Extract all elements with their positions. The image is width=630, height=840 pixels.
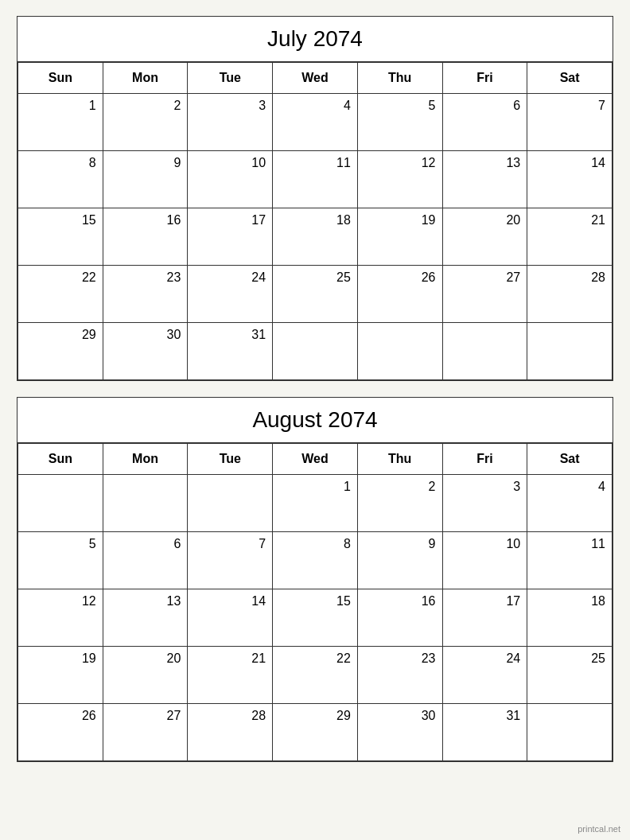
table-row: 293031: [18, 323, 612, 380]
july-header-tue: Tue: [188, 63, 273, 94]
list-item: 10: [442, 532, 527, 589]
list-item: 30: [357, 704, 442, 761]
list-item: 19: [18, 647, 103, 704]
august-header-tue: Tue: [188, 444, 273, 475]
table-row: 19202122232425: [18, 647, 612, 704]
list-item: 1: [273, 475, 358, 532]
july-title: July 2074: [18, 17, 612, 62]
list-item: 24: [188, 266, 273, 323]
july-header-thu: Thu: [357, 63, 442, 94]
list-item: [188, 475, 273, 532]
list-item: 4: [527, 475, 612, 532]
list-item: 17: [188, 208, 273, 266]
list-item: 23: [103, 266, 188, 323]
list-item: 27: [103, 704, 188, 761]
list-item: 26: [357, 266, 442, 323]
august-header-sat: Sat: [527, 444, 612, 475]
list-item: 14: [188, 589, 273, 647]
august-header-thu: Thu: [357, 444, 442, 475]
list-item: 13: [103, 589, 188, 647]
list-item: 2: [103, 94, 188, 151]
july-header-wed: Wed: [273, 63, 358, 94]
list-item: 4: [273, 94, 358, 151]
list-item: 21: [188, 647, 273, 704]
august-body: 1234567891011121314151617181920212223242…: [18, 475, 612, 761]
list-item: 16: [357, 589, 442, 647]
july-header-sat: Sat: [527, 63, 612, 94]
list-item: 29: [18, 323, 103, 380]
list-item: 3: [442, 475, 527, 532]
list-item: 9: [103, 151, 188, 208]
list-item: 5: [18, 532, 103, 589]
list-item: 5: [357, 94, 442, 151]
table-row: 262728293031: [18, 704, 612, 761]
list-item: [442, 323, 527, 380]
list-item: 15: [18, 208, 103, 266]
list-item: 8: [18, 151, 103, 208]
list-item: 14: [527, 151, 612, 208]
august-grid: Sun Mon Tue Wed Thu Fri Sat 123456789101…: [18, 443, 612, 761]
table-row: 12131415161718: [18, 589, 612, 647]
list-item: [527, 704, 612, 761]
july-body: 1234567891011121314151617181920212223242…: [18, 94, 612, 380]
table-row: 1234: [18, 475, 612, 532]
table-row: 22232425262728: [18, 266, 612, 323]
list-item: 22: [273, 647, 358, 704]
july-header-row: Sun Mon Tue Wed Thu Fri Sat: [18, 63, 612, 94]
list-item: 10: [188, 151, 273, 208]
list-item: 29: [273, 704, 358, 761]
list-item: 7: [527, 94, 612, 151]
list-item: 24: [442, 647, 527, 704]
list-item: 18: [527, 589, 612, 647]
list-item: 8: [273, 532, 358, 589]
july-grid: Sun Mon Tue Wed Thu Fri Sat 123456789101…: [18, 62, 612, 380]
list-item: 11: [273, 151, 358, 208]
list-item: 12: [18, 589, 103, 647]
list-item: 2: [357, 475, 442, 532]
august-calendar: August 2074 Sun Mon Tue Wed Thu Fri Sat …: [17, 397, 613, 762]
list-item: 23: [357, 647, 442, 704]
table-row: 567891011: [18, 532, 612, 589]
list-item: 20: [103, 647, 188, 704]
list-item: 7: [188, 532, 273, 589]
list-item: 20: [442, 208, 527, 266]
table-row: 1234567: [18, 94, 612, 151]
july-calendar: July 2074 Sun Mon Tue Wed Thu Fri Sat 12…: [17, 16, 613, 381]
list-item: 6: [442, 94, 527, 151]
list-item: 17: [442, 589, 527, 647]
july-header-mon: Mon: [103, 63, 188, 94]
list-item: 28: [527, 266, 612, 323]
list-item: [18, 475, 103, 532]
list-item: [273, 323, 358, 380]
table-row: 891011121314: [18, 151, 612, 208]
july-header-sun: Sun: [18, 63, 103, 94]
list-item: 26: [18, 704, 103, 761]
august-header-row: Sun Mon Tue Wed Thu Fri Sat: [18, 444, 612, 475]
list-item: 30: [103, 323, 188, 380]
august-header-wed: Wed: [273, 444, 358, 475]
list-item: 12: [357, 151, 442, 208]
august-header-fri: Fri: [442, 444, 527, 475]
list-item: 13: [442, 151, 527, 208]
list-item: 9: [357, 532, 442, 589]
august-header-mon: Mon: [103, 444, 188, 475]
list-item: [357, 323, 442, 380]
watermark: printcal.net: [578, 824, 620, 834]
list-item: 6: [103, 532, 188, 589]
list-item: 22: [18, 266, 103, 323]
list-item: 21: [527, 208, 612, 266]
list-item: 27: [442, 266, 527, 323]
list-item: 15: [273, 589, 358, 647]
august-title: August 2074: [18, 398, 612, 443]
list-item: 18: [273, 208, 358, 266]
list-item: 1: [18, 94, 103, 151]
table-row: 15161718192021: [18, 208, 612, 266]
list-item: 19: [357, 208, 442, 266]
list-item: 3: [188, 94, 273, 151]
list-item: 11: [527, 532, 612, 589]
list-item: 31: [442, 704, 527, 761]
list-item: 31: [188, 323, 273, 380]
list-item: 16: [103, 208, 188, 266]
july-header-fri: Fri: [442, 63, 527, 94]
list-item: [527, 323, 612, 380]
